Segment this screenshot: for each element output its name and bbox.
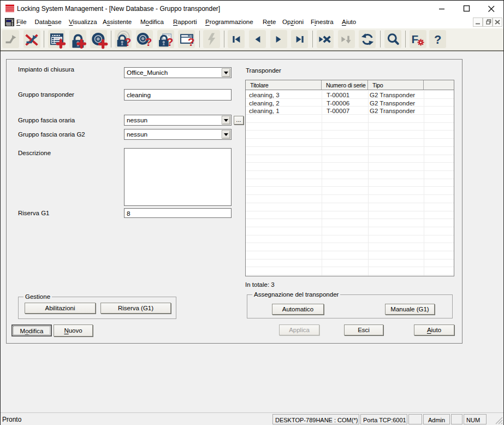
svg-text:?: ? <box>434 33 441 46</box>
svg-text:?: ? <box>145 36 152 48</box>
svg-text:?: ? <box>167 36 174 48</box>
svg-text:?: ? <box>124 36 131 48</box>
svg-text:F: F <box>412 32 419 45</box>
svg-text:?: ? <box>188 36 195 48</box>
